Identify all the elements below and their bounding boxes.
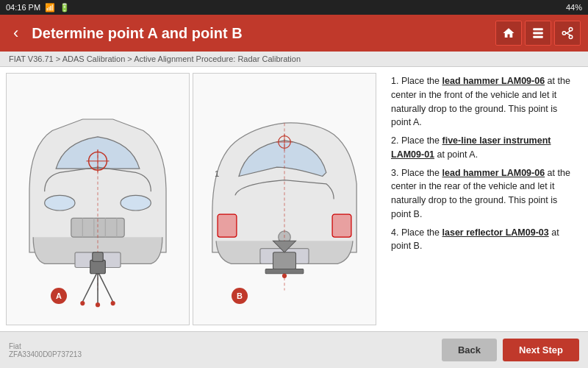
svg-rect-33 xyxy=(265,269,304,274)
svg-point-34 xyxy=(282,274,287,278)
svg-line-17 xyxy=(98,272,113,302)
footer-info: Fiat ZFA33400D0P737213 xyxy=(9,342,82,358)
svg-point-20 xyxy=(80,301,85,305)
home-button[interactable] xyxy=(495,21,522,46)
header: ‹ Determine point A and point B xyxy=(0,15,588,52)
svg-rect-23 xyxy=(218,214,237,237)
svg-rect-2 xyxy=(533,36,543,38)
point-b-label: B xyxy=(232,288,248,304)
back-icon-button[interactable]: ‹ xyxy=(7,21,24,46)
svg-point-5 xyxy=(121,195,151,210)
share-button[interactable] xyxy=(554,21,581,46)
status-time: 04:16 PM xyxy=(6,3,40,12)
car-image-front: A xyxy=(6,73,190,325)
manufacturer-label: Fiat xyxy=(9,342,82,350)
next-step-button[interactable]: Next Step xyxy=(503,339,579,361)
svg-rect-0 xyxy=(533,28,543,30)
battery-percent: 44% xyxy=(566,3,582,12)
instruction-step-1: 1. Place the lead hammer LAM09-06 at the… xyxy=(391,74,579,130)
point-a-label: A xyxy=(51,288,67,304)
instruction-step-2: 2. Place the five-line laser instrument … xyxy=(391,134,579,162)
instruction-step-4: 4. Place the laser reflector LAM09-03 at… xyxy=(391,226,579,254)
svg-rect-18 xyxy=(90,260,106,274)
header-toolbar xyxy=(495,21,581,46)
footer: Fiat ZFA33400D0P737213 Back Next Step xyxy=(0,331,588,368)
status-bar: 04:16 PM 📶 🔋 44% xyxy=(0,0,588,15)
breadcrumb: FIAT V36.71 > ADAS Calibration > Active … xyxy=(0,52,588,67)
svg-rect-19 xyxy=(93,252,103,261)
battery-icon: 🔋 xyxy=(60,3,70,13)
svg-point-21 xyxy=(96,302,100,307)
car-image-rear: 1 B xyxy=(193,73,376,325)
instructions-section: 1. Place the lead hammer LAM09-06 at the… xyxy=(382,67,588,331)
back-button[interactable]: Back xyxy=(442,339,497,361)
images-section: A xyxy=(0,67,382,331)
svg-text:1: 1 xyxy=(215,169,219,178)
wifi-icon: 📶 xyxy=(45,3,55,13)
svg-rect-1 xyxy=(533,32,543,35)
svg-rect-24 xyxy=(332,214,351,237)
main-content: A xyxy=(0,67,588,331)
tool-button[interactable] xyxy=(525,21,551,46)
footer-buttons: Back Next Step xyxy=(442,339,579,361)
device-code: ZFA33400D0P737213 xyxy=(9,350,82,358)
page-title: Determine point A and point B xyxy=(32,25,495,42)
svg-rect-31 xyxy=(273,252,296,269)
svg-line-15 xyxy=(82,272,98,302)
instruction-step-3: 3. Place the lead hammer LAM09-06 at the… xyxy=(391,166,579,222)
svg-point-4 xyxy=(45,195,75,210)
svg-point-22 xyxy=(111,301,115,305)
